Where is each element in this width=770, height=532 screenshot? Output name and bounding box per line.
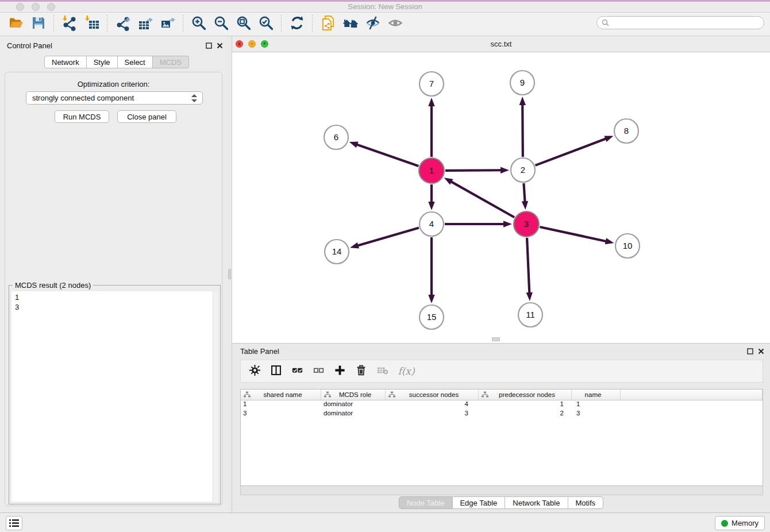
export-table-button[interactable] <box>136 14 155 34</box>
main-toolbar <box>0 13 770 36</box>
export-network-button[interactable] <box>113 14 132 34</box>
criterion-select[interactable]: strongly connected component <box>26 91 203 105</box>
tab-network-table[interactable]: Network Table <box>505 496 568 509</box>
open-session-button[interactable] <box>6 14 25 34</box>
select-all-columns-button[interactable] <box>288 362 306 380</box>
search-box[interactable] <box>596 16 764 29</box>
toolbar-separator <box>107 15 107 33</box>
table-hscrollbar[interactable] <box>240 486 763 495</box>
graph-edge-2-8[interactable] <box>536 138 607 165</box>
table-row[interactable]: 1dominator411 <box>241 400 763 410</box>
zoom-in-button[interactable] <box>189 14 208 34</box>
search-input[interactable] <box>609 17 764 29</box>
table-settings-button[interactable] <box>246 362 264 380</box>
control-panel-float-icon[interactable] <box>205 41 213 49</box>
tab-edge-table[interactable]: Edge Table <box>452 496 505 509</box>
import-network-icon <box>61 15 78 33</box>
tab-network[interactable]: Network <box>44 56 87 68</box>
mcds-result-list[interactable]: 13 <box>11 291 213 502</box>
search-icon <box>602 19 609 26</box>
deselect-all-columns-button[interactable] <box>310 362 328 380</box>
table-cell: 4 <box>386 400 479 410</box>
import-network-button[interactable] <box>60 14 79 34</box>
apply-layout-button[interactable] <box>287 14 306 34</box>
graph-node-label: 6 <box>334 132 338 142</box>
home-icon <box>342 15 359 33</box>
graph-edge-arrow <box>428 295 434 303</box>
control-panel-close-icon[interactable] <box>215 41 224 49</box>
column-header-MCDS-role[interactable]: MCDS role <box>321 390 386 400</box>
table-settings-icon <box>249 364 261 379</box>
mcds-result-scrollbar[interactable] <box>213 291 218 502</box>
table-cell: 3 <box>241 410 321 419</box>
network-canvas[interactable]: 1234678910111415 <box>232 52 770 343</box>
network-window-titlebar: x − + scc.txt <box>232 36 770 52</box>
graph-edge-2-3[interactable] <box>523 183 525 202</box>
memory-button[interactable]: Memory <box>715 516 765 530</box>
graph-edge-arrow <box>526 292 533 301</box>
export-network-icon <box>115 15 131 33</box>
tab-style[interactable]: Style <box>87 56 118 68</box>
graph-edge-arrow <box>500 167 509 174</box>
memory-status-icon <box>721 520 728 527</box>
import-table-button[interactable] <box>82 14 101 34</box>
run-mcds-button[interactable]: Run MCDS <box>55 110 109 123</box>
vertical-splitter[interactable] <box>228 36 232 512</box>
zoom-fit-button[interactable] <box>234 14 253 34</box>
mcds-panel: Optimization criterion: strongly connect… <box>5 72 222 506</box>
graph-edge-arrow <box>519 97 526 105</box>
export-image-button[interactable] <box>158 14 177 34</box>
column-header-name[interactable]: name <box>572 390 621 400</box>
graph-edge-arrow <box>350 242 359 249</box>
graph-edge-1-6[interactable] <box>356 144 418 166</box>
table-cell: 2 <box>479 410 572 419</box>
network-overview-button[interactable] <box>318 14 337 34</box>
graph-edge-4-14[interactable] <box>357 228 419 245</box>
graph-edge-1-2[interactable] <box>445 170 502 171</box>
zoom-fit-icon <box>236 15 252 33</box>
tree-icon <box>324 391 331 398</box>
show-panel-icon <box>387 15 403 33</box>
hide-panel-button[interactable] <box>363 14 382 34</box>
column-header-successor-nodes[interactable]: successor nodes <box>386 390 479 400</box>
zoom-selected-icon <box>258 15 274 33</box>
table-panel-close-icon[interactable] <box>757 347 765 355</box>
mcds-result-item[interactable]: 1 <box>15 292 213 302</box>
table-row[interactable]: 3dominator323 <box>241 410 763 419</box>
split-view-button[interactable] <box>267 362 285 380</box>
close-panel-button[interactable]: Close panel <box>117 110 176 123</box>
open-session-icon <box>8 15 24 33</box>
show-panel-button[interactable] <box>386 14 405 34</box>
delete-column-button[interactable] <box>352 362 370 380</box>
splitter-grip[interactable] <box>228 269 231 279</box>
horizontal-splitter-grip[interactable] <box>492 337 500 341</box>
save-session-button[interactable] <box>29 14 48 34</box>
network-window: x − + scc.txt 1234678910111415 <box>232 36 770 343</box>
graph-edge-arrow <box>605 136 614 142</box>
graph-edge-3-1[interactable] <box>451 182 514 218</box>
graph-edge-3-10[interactable] <box>540 227 606 241</box>
tab-mcds[interactable]: MCDS <box>153 56 189 68</box>
task-history-button[interactable] <box>6 516 22 530</box>
tab-node-table[interactable]: Node Table <box>399 496 453 509</box>
titlebar-accent <box>0 0 770 2</box>
delete-table-button <box>374 362 391 380</box>
home-button[interactable] <box>341 14 360 34</box>
zoom-out-button[interactable] <box>211 14 230 34</box>
table-panel-float-icon[interactable] <box>746 347 754 355</box>
create-column-button[interactable] <box>331 362 349 380</box>
column-header-shared-name[interactable]: shared name <box>241 390 321 400</box>
graph-edge-3-11[interactable] <box>527 238 529 294</box>
tab-select[interactable]: Select <box>118 56 153 68</box>
graph-node-label: 15 <box>427 312 437 322</box>
column-header-predecessor-nodes[interactable]: predecessor nodes <box>479 390 572 400</box>
application-window: Session: New Session Control Panel Netwo… <box>0 0 770 532</box>
mcds-result-item[interactable]: 3 <box>15 302 213 312</box>
graph-edge-2-9[interactable] <box>522 104 523 157</box>
zoom-selected-button[interactable] <box>256 14 275 34</box>
tab-motifs[interactable]: Motifs <box>568 496 603 509</box>
import-table-icon <box>84 15 100 33</box>
toolbar-separator <box>53 15 54 33</box>
toolbar-separator <box>281 15 282 33</box>
graph-node-label: 3 <box>524 219 529 229</box>
